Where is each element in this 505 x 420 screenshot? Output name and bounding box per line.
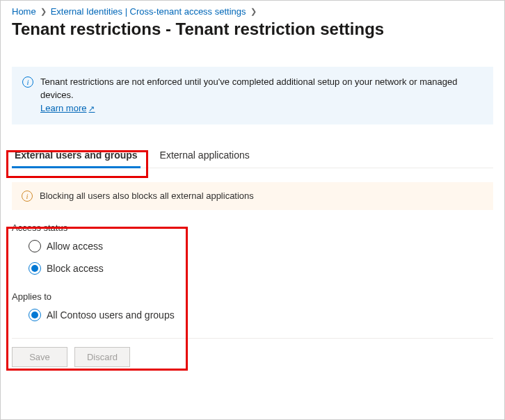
radio-icon bbox=[29, 262, 41, 275]
breadcrumb: Home ❯ External Identities | Cross-tenan… bbox=[12, 6, 493, 17]
tab-bar: External users and groups External appli… bbox=[12, 144, 493, 168]
breadcrumb-home[interactable]: Home bbox=[12, 6, 36, 17]
external-link-icon: ↗ bbox=[88, 104, 95, 113]
page-title: Tenant restrictions - Tenant restriction… bbox=[12, 19, 493, 39]
radio-block-access[interactable]: Block access bbox=[29, 262, 493, 275]
access-status-group: Allow access Block access bbox=[12, 240, 493, 275]
warning-icon: i bbox=[22, 191, 33, 202]
applies-to-label: Applies to bbox=[12, 291, 493, 302]
breadcrumb-external-identities[interactable]: External Identities | Cross-tenant acces… bbox=[51, 6, 246, 17]
warning-banner: i Blocking all users also blocks all ext… bbox=[12, 182, 493, 210]
radio-all-users-groups[interactable]: All Contoso users and groups bbox=[29, 309, 493, 321]
tab-external-applications[interactable]: External applications bbox=[157, 144, 252, 168]
access-status-label: Access status bbox=[12, 223, 493, 233]
save-button[interactable]: Save bbox=[12, 347, 67, 367]
radio-label: Allow access bbox=[47, 241, 103, 252]
radio-icon bbox=[29, 240, 41, 252]
footer-actions: Save Discard bbox=[12, 338, 493, 375]
tab-external-users-groups[interactable]: External users and groups bbox=[12, 144, 141, 168]
discard-button[interactable]: Discard bbox=[74, 347, 130, 367]
chevron-right-icon: ❯ bbox=[250, 7, 257, 16]
radio-label: Block access bbox=[47, 263, 104, 274]
applies-to-group: All Contoso users and groups bbox=[12, 309, 493, 321]
radio-icon bbox=[29, 309, 41, 321]
info-text: Tenant restrictions are not enforced unt… bbox=[40, 76, 457, 100]
info-icon: i bbox=[22, 76, 33, 88]
radio-allow-access[interactable]: Allow access bbox=[29, 240, 493, 252]
warning-text: Blocking all users also blocks all exter… bbox=[40, 191, 254, 201]
info-banner: i Tenant restrictions are not enforced u… bbox=[12, 67, 493, 124]
learn-more-link[interactable]: Learn more↗ bbox=[40, 103, 95, 113]
radio-label: All Contoso users and groups bbox=[47, 309, 175, 321]
chevron-right-icon: ❯ bbox=[40, 7, 47, 16]
